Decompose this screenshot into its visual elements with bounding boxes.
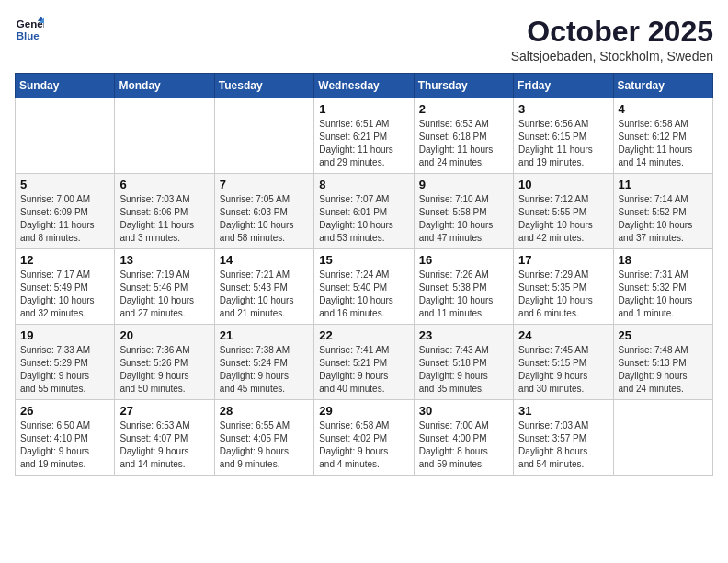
day-info: Sunrise: 7:45 AM Sunset: 5:15 PM Dayligh… — [518, 344, 608, 396]
weekday-header-tuesday: Tuesday — [214, 74, 313, 98]
day-number: 11 — [619, 178, 708, 191]
day-number: 20 — [119, 328, 209, 342]
weekday-header-thursday: Thursday — [414, 74, 513, 98]
calendar-cell: 28Sunrise: 6:55 AM Sunset: 4:05 PM Dayli… — [214, 400, 313, 476]
day-info: Sunrise: 6:51 AM Sunset: 6:21 PM Dayligh… — [319, 118, 408, 169]
day-number: 25 — [619, 328, 708, 342]
day-info: Sunrise: 7:29 AM Sunset: 5:35 PM Dayligh… — [518, 269, 608, 320]
calendar-week-row: 1Sunrise: 6:51 AM Sunset: 6:21 PM Daylig… — [16, 98, 713, 174]
day-info: Sunrise: 7:41 AM Sunset: 5:21 PM Dayligh… — [319, 344, 408, 396]
day-number: 21 — [220, 328, 309, 342]
day-info: Sunrise: 7:17 AM Sunset: 5:49 PM Dayligh… — [20, 269, 109, 320]
calendar-cell: 20Sunrise: 7:36 AM Sunset: 5:26 PM Dayli… — [115, 325, 214, 400]
day-info: Sunrise: 7:31 AM Sunset: 5:32 PM Dayligh… — [619, 269, 708, 320]
calendar-cell: 2Sunrise: 6:53 AM Sunset: 6:18 PM Daylig… — [414, 98, 513, 174]
day-info: Sunrise: 7:00 AM Sunset: 4:00 PM Dayligh… — [419, 419, 508, 471]
day-number: 13 — [119, 253, 209, 267]
calendar-cell: 22Sunrise: 7:41 AM Sunset: 5:21 PM Dayli… — [314, 325, 414, 400]
day-info: Sunrise: 7:03 AM Sunset: 6:06 PM Dayligh… — [119, 193, 209, 245]
calendar-cell: 25Sunrise: 7:48 AM Sunset: 5:13 PM Dayli… — [613, 325, 712, 400]
calendar-cell — [16, 98, 115, 174]
day-info: Sunrise: 6:58 AM Sunset: 6:12 PM Dayligh… — [619, 118, 708, 169]
day-info: Sunrise: 6:53 AM Sunset: 6:18 PM Dayligh… — [419, 118, 508, 169]
calendar-cell: 9Sunrise: 7:10 AM Sunset: 5:58 PM Daylig… — [414, 174, 513, 249]
day-info: Sunrise: 7:33 AM Sunset: 5:29 PM Dayligh… — [20, 344, 109, 396]
calendar-cell: 1Sunrise: 6:51 AM Sunset: 6:21 PM Daylig… — [314, 98, 414, 174]
day-info: Sunrise: 6:53 AM Sunset: 4:07 PM Dayligh… — [119, 419, 209, 471]
day-number: 26 — [20, 404, 109, 418]
calendar-cell — [214, 98, 313, 174]
svg-text:Blue: Blue — [17, 30, 40, 41]
calendar-week-row: 26Sunrise: 6:50 AM Sunset: 4:10 PM Dayli… — [16, 400, 713, 476]
day-number: 29 — [319, 404, 408, 418]
location: Saltsjoebaden, Stockholm, Sweden — [511, 49, 713, 63]
day-info: Sunrise: 7:12 AM Sunset: 5:55 PM Dayligh… — [518, 193, 608, 245]
weekday-header-row: SundayMondayTuesdayWednesdayThursdayFrid… — [16, 74, 713, 98]
calendar-cell: 24Sunrise: 7:45 AM Sunset: 5:15 PM Dayli… — [514, 325, 613, 400]
day-info: Sunrise: 7:00 AM Sunset: 6:09 PM Dayligh… — [20, 193, 109, 245]
day-number: 4 — [619, 102, 708, 116]
day-number: 3 — [518, 102, 608, 116]
weekday-header-friday: Friday — [514, 74, 613, 98]
day-number: 17 — [518, 253, 608, 267]
day-number: 30 — [419, 404, 508, 418]
calendar-cell: 12Sunrise: 7:17 AM Sunset: 5:49 PM Dayli… — [16, 249, 115, 325]
calendar-cell: 10Sunrise: 7:12 AM Sunset: 5:55 PM Dayli… — [514, 174, 613, 249]
day-number: 1 — [319, 102, 408, 116]
calendar-cell: 27Sunrise: 6:53 AM Sunset: 4:07 PM Dayli… — [115, 400, 214, 476]
day-info: Sunrise: 7:10 AM Sunset: 5:58 PM Dayligh… — [419, 193, 508, 245]
day-number: 24 — [518, 328, 608, 342]
day-info: Sunrise: 6:55 AM Sunset: 4:05 PM Dayligh… — [220, 419, 309, 471]
calendar-cell: 7Sunrise: 7:05 AM Sunset: 6:03 PM Daylig… — [214, 174, 313, 249]
calendar-week-row: 12Sunrise: 7:17 AM Sunset: 5:49 PM Dayli… — [16, 249, 713, 325]
calendar-cell: 23Sunrise: 7:43 AM Sunset: 5:18 PM Dayli… — [414, 325, 513, 400]
calendar-cell: 17Sunrise: 7:29 AM Sunset: 5:35 PM Dayli… — [514, 249, 613, 325]
calendar-cell: 21Sunrise: 7:38 AM Sunset: 5:24 PM Dayli… — [214, 325, 313, 400]
day-number: 27 — [119, 404, 209, 418]
calendar-cell: 4Sunrise: 6:58 AM Sunset: 6:12 PM Daylig… — [613, 98, 712, 174]
day-number: 7 — [220, 178, 309, 191]
calendar-cell: 15Sunrise: 7:24 AM Sunset: 5:40 PM Dayli… — [314, 249, 414, 325]
day-info: Sunrise: 7:05 AM Sunset: 6:03 PM Dayligh… — [220, 193, 309, 245]
day-info: Sunrise: 7:03 AM Sunset: 3:57 PM Dayligh… — [518, 419, 608, 471]
day-number: 5 — [20, 178, 109, 191]
day-info: Sunrise: 6:56 AM Sunset: 6:15 PM Dayligh… — [518, 118, 608, 169]
calendar-cell: 13Sunrise: 7:19 AM Sunset: 5:46 PM Dayli… — [115, 249, 214, 325]
day-number: 12 — [20, 253, 109, 267]
day-number: 2 — [419, 102, 508, 116]
calendar-cell: 16Sunrise: 7:26 AM Sunset: 5:38 PM Dayli… — [414, 249, 513, 325]
calendar-cell: 19Sunrise: 7:33 AM Sunset: 5:29 PM Dayli… — [16, 325, 115, 400]
calendar-cell: 3Sunrise: 6:56 AM Sunset: 6:15 PM Daylig… — [514, 98, 613, 174]
weekday-header-saturday: Saturday — [613, 74, 712, 98]
calendar-cell: 5Sunrise: 7:00 AM Sunset: 6:09 PM Daylig… — [16, 174, 115, 249]
logo-icon: General Blue — [15, 15, 44, 44]
day-number: 15 — [319, 253, 408, 267]
day-number: 18 — [619, 253, 708, 267]
day-info: Sunrise: 7:36 AM Sunset: 5:26 PM Dayligh… — [119, 344, 209, 396]
page-header: General Blue October 2025 Saltsjoebaden,… — [15, 15, 713, 63]
day-number: 19 — [20, 328, 109, 342]
day-number: 8 — [319, 178, 408, 191]
day-info: Sunrise: 6:58 AM Sunset: 4:02 PM Dayligh… — [319, 419, 408, 471]
day-number: 14 — [220, 253, 309, 267]
day-info: Sunrise: 7:14 AM Sunset: 5:52 PM Dayligh… — [619, 193, 708, 245]
calendar-cell: 31Sunrise: 7:03 AM Sunset: 3:57 PM Dayli… — [514, 400, 613, 476]
day-number: 28 — [220, 404, 309, 418]
logo: General Blue — [15, 15, 44, 44]
day-number: 9 — [419, 178, 508, 191]
calendar-week-row: 5Sunrise: 7:00 AM Sunset: 6:09 PM Daylig… — [16, 174, 713, 249]
day-info: Sunrise: 7:26 AM Sunset: 5:38 PM Dayligh… — [419, 269, 508, 320]
calendar-week-row: 19Sunrise: 7:33 AM Sunset: 5:29 PM Dayli… — [16, 325, 713, 400]
weekday-header-monday: Monday — [115, 74, 214, 98]
calendar-table: SundayMondayTuesdayWednesdayThursdayFrid… — [15, 73, 713, 476]
weekday-header-wednesday: Wednesday — [314, 74, 414, 98]
day-info: Sunrise: 7:07 AM Sunset: 6:01 PM Dayligh… — [319, 193, 408, 245]
day-info: Sunrise: 7:48 AM Sunset: 5:13 PM Dayligh… — [619, 344, 708, 396]
calendar-cell: 26Sunrise: 6:50 AM Sunset: 4:10 PM Dayli… — [16, 400, 115, 476]
day-number: 16 — [419, 253, 508, 267]
day-info: Sunrise: 7:19 AM Sunset: 5:46 PM Dayligh… — [119, 269, 209, 320]
day-info: Sunrise: 7:21 AM Sunset: 5:43 PM Dayligh… — [220, 269, 309, 320]
day-number: 23 — [419, 328, 508, 342]
day-info: Sunrise: 6:50 AM Sunset: 4:10 PM Dayligh… — [20, 419, 109, 471]
day-info: Sunrise: 7:43 AM Sunset: 5:18 PM Dayligh… — [419, 344, 508, 396]
